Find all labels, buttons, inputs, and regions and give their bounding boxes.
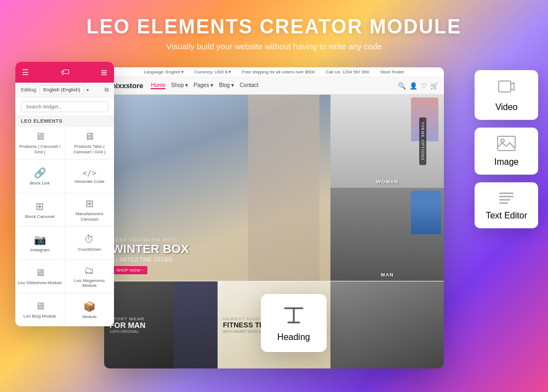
sport-small-title: SPORT WEAR	[110, 316, 145, 321]
banner-sub-text: \\ LIMITED TIME OFFER	[112, 257, 189, 263]
sport-big-title: FOR MAN	[110, 321, 145, 330]
user-icon[interactable]: 👤	[409, 82, 418, 90]
grid-icon[interactable]: ⊞	[101, 68, 107, 77]
products-icon: 🖥	[35, 131, 45, 142]
sidebar-section-title: LEO ELEMENTS	[15, 116, 114, 126]
widget-products-tabs[interactable]: 🖥 Products Tabs ( Carousel / Grid )	[65, 126, 115, 159]
widget-leo-megamenu[interactable]: 🗂 Leo Megamenu Module	[65, 260, 115, 293]
generate-code-icon: </>	[83, 169, 96, 177]
video-icon	[498, 78, 515, 99]
logo-icon: 🏷	[61, 67, 70, 77]
language-selector[interactable]: Language: English ▾	[144, 70, 184, 74]
widget-leo-blog[interactable]: 🖥 Leo Blog Module	[15, 293, 65, 326]
countdown-icon: ⏱	[84, 234, 94, 245]
third-bg	[330, 281, 444, 368]
manufacturers-carousel-label: Manufacturers Carousel	[67, 211, 112, 222]
generate-code-label: Generate Code	[75, 179, 105, 185]
countdown-label: CountDown	[78, 247, 101, 252]
heading-label: Heading	[277, 332, 310, 342]
heading-card[interactable]: Heading	[261, 294, 327, 352]
banner-text-overlay: KEEP YOU WARM WITH WINTER BOX \\ LIMITED…	[104, 230, 197, 281]
widget-countdown[interactable]: ⏱ CountDown	[65, 227, 115, 260]
module-label: Module	[82, 314, 96, 320]
banner-big-text: WINTER BOX	[112, 243, 189, 256]
store-finder[interactable]: Store Finder	[380, 70, 404, 74]
banner-figure	[248, 95, 319, 281]
third-banner	[330, 281, 444, 368]
sport-sub: 100% ORIGINAL	[110, 330, 139, 333]
widget-block-carousel[interactable]: ⊞ Block Carousel	[15, 193, 65, 226]
currency-selector[interactable]: Currency: USD $ ▾	[195, 70, 231, 74]
leo-slideshow-label: Leo Slideshow Module	[18, 280, 62, 286]
widget-instagram[interactable]: 📷 Instagram	[15, 227, 65, 260]
leo-megamenu-icon: 🗂	[84, 265, 94, 276]
search-icon[interactable]: 🔍	[398, 82, 406, 90]
video-card[interactable]: Video	[475, 70, 538, 120]
products-tabs-icon: 🖥	[84, 131, 94, 142]
text-editor-label: Text Editor	[486, 211, 527, 221]
video-label: Video	[495, 102, 518, 112]
man-figure	[411, 191, 441, 234]
editing-label: Editing:	[21, 87, 37, 93]
browser-content: KEEP YOU WARM WITH WINTER BOX \\ LIMITED…	[104, 95, 444, 281]
widget-manufacturers-carousel[interactable]: ⊞ Manufacturers Carousel	[65, 193, 115, 226]
main-banner: KEEP YOU WARM WITH WINTER BOX \\ LIMITED…	[104, 95, 330, 281]
woman-label: WOMAN	[376, 179, 398, 185]
widget-grid: 🖥 Products ( Carousel / Grid ) 🖥 Product…	[15, 126, 114, 326]
chevron-down-icon: ▾	[87, 88, 89, 93]
text-editor-icon	[498, 190, 515, 207]
manufacturers-carousel-icon: ⊞	[85, 198, 94, 210]
man-label: MAN	[381, 272, 394, 278]
nav-shop[interactable]: Shop ▾	[171, 82, 188, 89]
block-link-icon: 🔗	[34, 167, 46, 179]
image-icon	[496, 135, 516, 154]
copy-icon[interactable]: ⧉	[105, 87, 109, 93]
block-carousel-label: Block Carousel	[25, 214, 55, 220]
side-panels: WOMAN THEME OPTIONS MAN	[330, 95, 444, 281]
block-link-label: Block Link	[30, 181, 50, 186]
theme-options-bar-woman: THEME OPTIONS	[419, 118, 426, 165]
module-icon: 📦	[83, 301, 95, 313]
phone-text: Call Us: 1234 567 890	[326, 70, 369, 74]
image-label: Image	[494, 157, 518, 167]
products-tabs-label: Products Tabs ( Carousel / Grid )	[67, 144, 112, 154]
woman-panel: WOMAN THEME OPTIONS	[330, 95, 444, 188]
sport-wear-banner: SPORT WEAR FOR MAN 100% ORIGINAL	[104, 281, 218, 368]
hamburger-icon[interactable]: ☰	[22, 68, 29, 77]
svg-rect-0	[499, 81, 511, 92]
search-input[interactable]	[21, 101, 109, 112]
sport-overlay: SPORT WEAR FOR MAN 100% ORIGINAL	[104, 281, 218, 368]
widget-products[interactable]: 🖥 Products ( Carousel / Grid )	[15, 126, 65, 159]
nav-home[interactable]: Home	[151, 82, 165, 89]
top-info-bar: Language: English ▾ Currency: USD $ ▾ Fr…	[104, 67, 444, 77]
main-title: LEO ELEMENTS CREATOR MODULE	[11, 15, 537, 38]
leo-blog-icon: 🖥	[35, 301, 45, 312]
sidebar-header: ☰ 🏷 ⊞	[15, 62, 114, 83]
main-area: Language: English ▾ Currency: USD $ ▾ Fr…	[0, 62, 548, 368]
nav-blog[interactable]: Blog ▾	[219, 82, 234, 89]
editing-language[interactable]: English (English)	[39, 85, 84, 94]
text-editor-card[interactable]: Text Editor	[475, 182, 538, 228]
heading-icon	[283, 304, 305, 328]
leo-megamenu-label: Leo Megamenu Module	[67, 278, 112, 289]
instagram-label: Instagram	[30, 247, 50, 253]
nav-pages[interactable]: Pages ▾	[193, 82, 213, 89]
nav-contact[interactable]: Contact	[239, 82, 258, 89]
widget-generate-code[interactable]: </> Generate Code	[65, 160, 115, 193]
man-panel: MAN	[330, 188, 444, 281]
cart-icon[interactable]: 🛒	[430, 82, 438, 90]
leo-blog-label: Leo Blog Module	[24, 314, 56, 319]
widget-block-link[interactable]: 🔗 Block Link	[15, 160, 65, 193]
wishlist-icon[interactable]: ♡	[421, 82, 427, 90]
image-card[interactable]: Image	[475, 128, 538, 175]
banner-cta-button[interactable]: SHOP NOW ›	[112, 266, 147, 274]
store-logo: mixxstore	[110, 82, 143, 90]
products-label: Products ( Carousel / Grid )	[18, 144, 62, 154]
widget-module[interactable]: 📦 Module	[65, 293, 115, 326]
block-carousel-icon: ⊞	[36, 200, 44, 212]
svg-point-3	[501, 139, 504, 142]
browser-action-icons: 🔍 👤 ♡ 🛒	[398, 82, 438, 90]
browser-nav: mixxstore Home Shop ▾ Pages ▾ Blog ▾ Con…	[104, 77, 444, 95]
svg-rect-2	[498, 136, 515, 151]
widget-leo-slideshow[interactable]: 🖥 Leo Slideshow Module	[15, 260, 65, 293]
